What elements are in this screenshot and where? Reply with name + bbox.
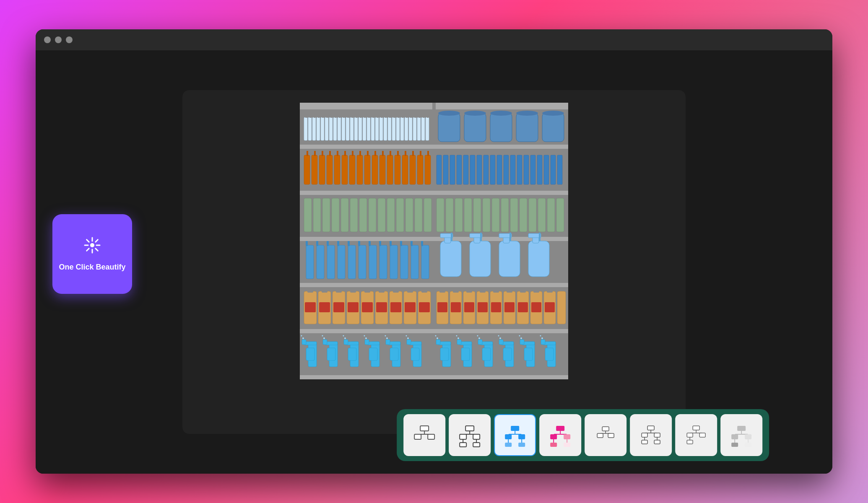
- svg-rect-116: [382, 151, 384, 156]
- svg-rect-191: [400, 241, 402, 246]
- diagram-small3-button[interactable]: [675, 414, 717, 456]
- svg-rect-28: [342, 117, 345, 140]
- svg-rect-173: [338, 245, 345, 279]
- svg-point-291: [323, 337, 325, 339]
- svg-rect-13: [300, 145, 568, 149]
- svg-rect-44: [409, 117, 412, 140]
- app-window: One Click Beautify: [36, 29, 832, 474]
- svg-rect-66: [377, 115, 378, 118]
- svg-rect-367: [550, 443, 557, 447]
- svg-rect-223: [362, 302, 373, 312]
- diagram-small1-button[interactable]: [585, 414, 626, 456]
- svg-rect-89: [304, 155, 310, 184]
- svg-rect-248: [451, 302, 461, 312]
- svg-rect-235: [407, 288, 413, 293]
- svg-rect-38: [384, 117, 387, 140]
- svg-rect-222: [348, 302, 359, 312]
- svg-rect-304: [436, 340, 440, 345]
- svg-rect-141: [557, 155, 562, 184]
- svg-rect-79: [438, 113, 460, 142]
- svg-rect-194: [440, 241, 461, 277]
- svg-rect-372: [597, 433, 603, 438]
- diagram-outline-button[interactable]: [449, 414, 491, 456]
- svg-rect-229: [322, 288, 327, 293]
- bottom-toolbar: [397, 409, 769, 461]
- svg-rect-312: [478, 340, 482, 345]
- svg-rect-164: [510, 198, 518, 232]
- svg-rect-153: [405, 198, 413, 232]
- svg-rect-280: [365, 340, 369, 345]
- svg-rect-320: [520, 340, 524, 345]
- svg-rect-171: [317, 245, 324, 279]
- svg-rect-181: [421, 245, 429, 279]
- svg-rect-179: [400, 245, 408, 279]
- svg-rect-154: [415, 198, 422, 232]
- svg-rect-270: [327, 348, 335, 360]
- close-button[interactable]: [44, 36, 51, 43]
- diagram-small2-button[interactable]: [630, 414, 672, 456]
- svg-rect-166: [529, 198, 536, 232]
- svg-rect-94: [342, 155, 348, 184]
- svg-rect-27: [338, 117, 341, 140]
- diagram-blue-button[interactable]: [494, 414, 536, 456]
- svg-rect-306: [461, 348, 470, 360]
- svg-rect-60: [351, 115, 353, 118]
- svg-rect-360: [556, 426, 564, 431]
- svg-rect-230: [336, 288, 342, 293]
- svg-point-289: [302, 337, 304, 339]
- sparkle-icon: [83, 236, 101, 258]
- svg-rect-47: [421, 117, 425, 140]
- svg-point-295: [365, 337, 367, 339]
- svg-rect-36: [375, 117, 379, 140]
- svg-rect-345: [460, 434, 466, 439]
- svg-rect-162: [492, 198, 499, 232]
- svg-rect-107: [314, 151, 316, 156]
- svg-rect-178: [390, 245, 398, 279]
- svg-point-84: [438, 111, 460, 116]
- svg-rect-159: [464, 198, 472, 232]
- svg-point-298: [385, 335, 386, 337]
- window-content: One Click Beautify: [36, 50, 832, 474]
- svg-rect-198: [470, 241, 491, 277]
- svg-rect-151: [387, 198, 395, 232]
- svg-rect-62: [360, 115, 361, 118]
- minimize-button[interactable]: [55, 36, 62, 43]
- svg-rect-386: [687, 433, 693, 437]
- svg-rect-368: [564, 443, 570, 447]
- svg-rect-316: [499, 340, 503, 345]
- svg-rect-118: [397, 151, 399, 156]
- svg-rect-381: [642, 440, 647, 444]
- svg-rect-117: [390, 151, 391, 156]
- svg-rect-70: [393, 115, 395, 118]
- svg-rect-169: [556, 198, 564, 232]
- svg-rect-19: [304, 117, 307, 140]
- svg-rect-48: [426, 117, 429, 140]
- diagram-pink-button[interactable]: [539, 414, 581, 456]
- svg-rect-342: [465, 426, 474, 431]
- svg-rect-137: [530, 155, 535, 184]
- svg-rect-337: [420, 426, 429, 431]
- svg-rect-144: [322, 198, 330, 232]
- diagram-gray-button[interactable]: [720, 414, 762, 456]
- diagram-default-button[interactable]: [403, 414, 445, 456]
- svg-rect-378: [654, 433, 660, 437]
- svg-rect-26: [333, 117, 337, 140]
- svg-rect-201: [480, 233, 482, 241]
- svg-rect-49: [305, 115, 307, 118]
- beautify-badge[interactable]: One Click Beautify: [52, 214, 132, 294]
- badge-label: One Click Beautify: [59, 262, 125, 272]
- svg-rect-109: [329, 151, 331, 156]
- svg-rect-22: [317, 117, 320, 140]
- svg-rect-258: [466, 288, 472, 293]
- svg-rect-99: [379, 155, 385, 184]
- maximize-button[interactable]: [66, 36, 73, 43]
- svg-rect-140: [551, 155, 556, 184]
- svg-point-85: [464, 111, 486, 116]
- svg-rect-322: [545, 348, 554, 360]
- svg-rect-135: [517, 155, 522, 184]
- svg-rect-220: [319, 302, 330, 312]
- svg-rect-341: [428, 434, 434, 439]
- svg-rect-134: [510, 155, 515, 184]
- svg-rect-72: [402, 115, 403, 118]
- svg-rect-351: [511, 426, 519, 431]
